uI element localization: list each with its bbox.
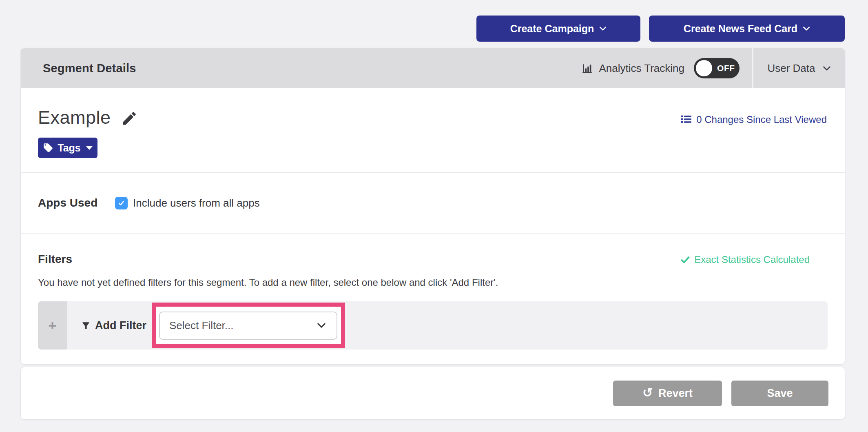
revert-button[interactable]: ↺ Revert	[613, 381, 722, 406]
pencil-icon	[121, 110, 138, 127]
apps-used-section: Apps Used Include users from all apps	[21, 173, 845, 234]
create-news-feed-label: Create News Feed Card	[684, 23, 797, 35]
chevron-down-icon	[803, 26, 810, 31]
include-all-apps-option: Include users from all apps	[115, 197, 260, 209]
segment-details-panel: Segment Details	[20, 48, 845, 365]
chevron-down-icon	[599, 26, 607, 31]
chevron-down-icon	[317, 323, 326, 328]
segment-name-row: Example	[38, 107, 138, 128]
toggle-knob	[696, 60, 712, 76]
bar-chart-icon	[582, 63, 593, 74]
filter-select-placeholder: Select Filter...	[169, 319, 234, 332]
changes-since-last-viewed-link[interactable]: 0 Changes Since Last Viewed	[681, 114, 827, 125]
revert-label: Revert	[658, 387, 693, 400]
add-filter-row-body: Add Filter Select Filter...	[67, 301, 828, 350]
include-all-apps-label: Include users from all apps	[133, 197, 260, 209]
edit-name-button[interactable]	[121, 110, 138, 127]
chevron-down-icon	[823, 66, 831, 71]
add-filter-group-button[interactable]: +	[38, 301, 67, 350]
filters-description: You have not yet defined filters for thi…	[38, 277, 828, 289]
segment-title-section: Example Tags	[21, 88, 845, 173]
user-data-dropdown[interactable]: User Data	[753, 48, 845, 88]
add-filter-row: + Add Filter Select Filter...	[38, 301, 828, 350]
list-icon	[681, 114, 692, 124]
analytics-tracking-toggle[interactable]: OFF	[694, 58, 740, 78]
filter-funnel-icon	[81, 321, 91, 331]
exact-statistics-status: Exact Statistics Calculated	[681, 254, 810, 265]
save-label: Save	[767, 387, 793, 400]
caret-down-icon	[86, 146, 93, 150]
tags-label: Tags	[58, 142, 81, 154]
exact-statistics-label: Exact Statistics Calculated	[694, 254, 810, 265]
revert-icon: ↺	[642, 387, 653, 399]
tags-button[interactable]: Tags	[38, 138, 97, 158]
filters-section: Filters Exact Statistics Calculated You …	[21, 234, 845, 350]
highlight-annotation-box: Select Filter...	[152, 303, 345, 348]
analytics-tracking-group: Analytics Tracking OFF	[582, 48, 752, 88]
create-campaign-label: Create Campaign	[510, 23, 594, 35]
changes-link-label: 0 Changes Since Last Viewed	[696, 114, 827, 125]
page: Create Campaign Create News Feed Card Se…	[0, 0, 868, 432]
add-filter-label: Add Filter	[95, 319, 146, 332]
footer-actions: ↺ Revert Save	[20, 367, 845, 420]
segment-name-column: Example Tags	[38, 88, 138, 172]
user-data-label: User Data	[767, 62, 815, 75]
create-campaign-button[interactable]: Create Campaign	[476, 16, 640, 42]
top-action-bar: Create Campaign Create News Feed Card	[476, 16, 845, 42]
panel-header-right: Analytics Tracking OFF User Data	[582, 48, 845, 88]
panel-title: Segment Details	[43, 62, 136, 75]
create-news-feed-card-button[interactable]: Create News Feed Card	[649, 16, 845, 42]
apps-used-label: Apps Used	[38, 196, 115, 209]
filter-select[interactable]: Select Filter...	[159, 312, 337, 340]
panel-header: Segment Details	[21, 48, 845, 88]
tag-icon	[43, 143, 53, 153]
check-icon	[681, 256, 690, 264]
toggle-state-label: OFF	[717, 63, 735, 73]
segment-name: Example	[38, 107, 111, 128]
analytics-tracking-label: Analytics Tracking	[599, 62, 684, 75]
checkmark-icon	[117, 199, 125, 207]
save-button[interactable]: Save	[731, 381, 828, 406]
include-all-apps-checkbox[interactable]	[115, 197, 128, 209]
